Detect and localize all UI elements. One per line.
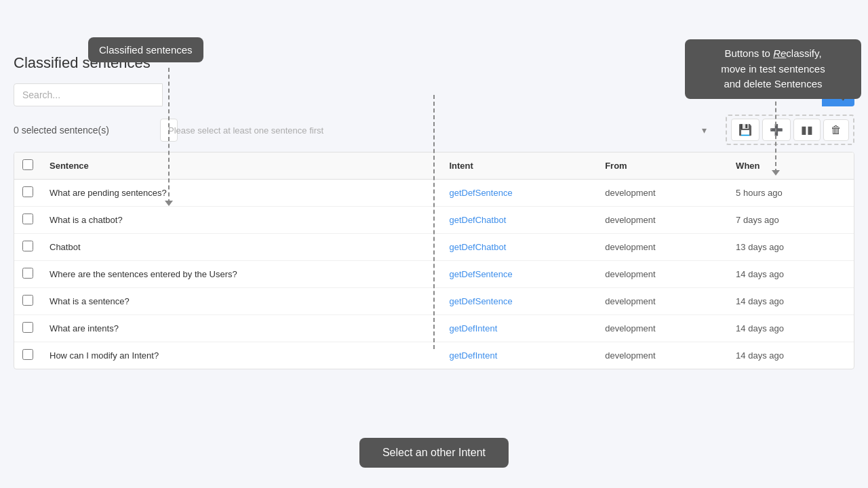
row-checkbox-4[interactable]: [22, 295, 33, 306]
cell-from: development: [597, 261, 728, 288]
cell-when: 14 days ago: [728, 342, 854, 369]
cell-sentence: Chatbot: [41, 234, 441, 261]
cell-when: 14 days ago: [728, 261, 854, 288]
cell-sentence: How can I modify an Intent?: [41, 342, 441, 369]
cell-intent: getDefIntent: [441, 315, 597, 342]
cell-intent: getDefIntent: [441, 342, 597, 369]
intent-select-wrapper: Please select at least one sentence firs…: [160, 119, 715, 142]
header-from: From: [597, 152, 728, 180]
row-checkbox-5[interactable]: [22, 322, 33, 333]
cell-sentence: What is a sentence?: [41, 288, 441, 315]
cell-sentence: What is a chatbot?: [41, 207, 441, 234]
connector-line-3: [433, 95, 435, 349]
add-button[interactable]: ➕: [762, 119, 791, 141]
move-button[interactable]: ▮▮: [793, 119, 821, 141]
cell-intent: getDefChatbot: [441, 207, 597, 234]
row-checkbox-cell: [14, 288, 41, 315]
header-checkbox-col: [14, 152, 41, 180]
delete-button[interactable]: 🗑: [823, 119, 849, 141]
intent-link[interactable]: getDefChatbot: [449, 242, 506, 252]
select-all-checkbox[interactable]: [22, 159, 33, 170]
move-icon: ▮▮: [801, 123, 813, 136]
intent-link[interactable]: getDefSentence: [449, 296, 512, 306]
arrow-down-2: [772, 170, 780, 176]
connector-line-1: [168, 68, 170, 203]
cell-when: 5 hours ago: [728, 180, 854, 207]
cell-from: development: [597, 315, 728, 342]
tooltip-buttons: Buttons to Reclassify, move in test sent…: [685, 39, 861, 99]
action-buttons-group: 💾 ➕ ▮▮ 🗑: [726, 115, 854, 145]
header-when: When: [728, 152, 854, 180]
row-checkbox-cell: [14, 234, 41, 261]
search-input[interactable]: [14, 83, 163, 106]
cell-when: 13 days ago: [728, 234, 854, 261]
cell-when: 14 days ago: [728, 288, 854, 315]
intent-link[interactable]: getDefSentence: [449, 188, 512, 198]
header-intent: Intent: [441, 152, 597, 180]
cell-sentence: What are pending sentences?: [41, 180, 441, 207]
cell-sentence: What are intents?: [41, 315, 441, 342]
cell-from: development: [597, 342, 728, 369]
tooltip-intent: Select an other Intent: [359, 438, 509, 468]
page-container: Classified sentences Buttons to Reclassi…: [0, 0, 868, 369]
cell-sentence: Where are the sentences entered by the U…: [41, 261, 441, 288]
intent-link[interactable]: getDefChatbot: [449, 215, 506, 225]
row-checkbox-cell: [14, 180, 41, 207]
row-checkbox-1[interactable]: [22, 214, 33, 224]
row-checkbox-3[interactable]: [22, 268, 33, 279]
cell-from: development: [597, 207, 728, 234]
cell-when: 7 days ago: [728, 207, 854, 234]
intent-link[interactable]: getDefIntent: [449, 350, 497, 361]
cell-from: development: [597, 180, 728, 207]
cell-from: development: [597, 288, 728, 315]
row-checkbox-2[interactable]: [22, 241, 33, 251]
intent-placeholder-text: Please select at least one sentence firs…: [168, 125, 323, 135]
arrow-down-1: [165, 201, 173, 206]
row-checkbox-cell: [14, 261, 41, 288]
delete-icon: 🗑: [831, 124, 842, 136]
header-sentence: Sentence: [41, 152, 441, 180]
row-checkbox-6[interactable]: [22, 349, 33, 360]
cell-intent: getDefSentence: [441, 288, 597, 315]
row-checkbox-cell: [14, 207, 41, 234]
row-checkbox-0[interactable]: [22, 186, 33, 197]
cell-from: development: [597, 234, 728, 261]
row-checkbox-cell: [14, 315, 41, 342]
cell-intent: getDefSentence: [441, 180, 597, 207]
cell-when: 14 days ago: [728, 315, 854, 342]
intent-link[interactable]: getDefIntent: [449, 323, 497, 333]
tooltip-classified: Classified sentences: [88, 37, 203, 62]
save-button[interactable]: 💾: [731, 119, 760, 141]
cell-intent: getDefSentence: [441, 261, 597, 288]
cell-intent: getDefChatbot: [441, 234, 597, 261]
row-checkbox-cell: [14, 342, 41, 369]
save-icon: 💾: [738, 123, 752, 136]
intent-link[interactable]: getDefSentence: [449, 269, 512, 279]
add-icon: ➕: [770, 123, 783, 136]
selected-count: 0 selected sentence(s): [14, 125, 149, 136]
